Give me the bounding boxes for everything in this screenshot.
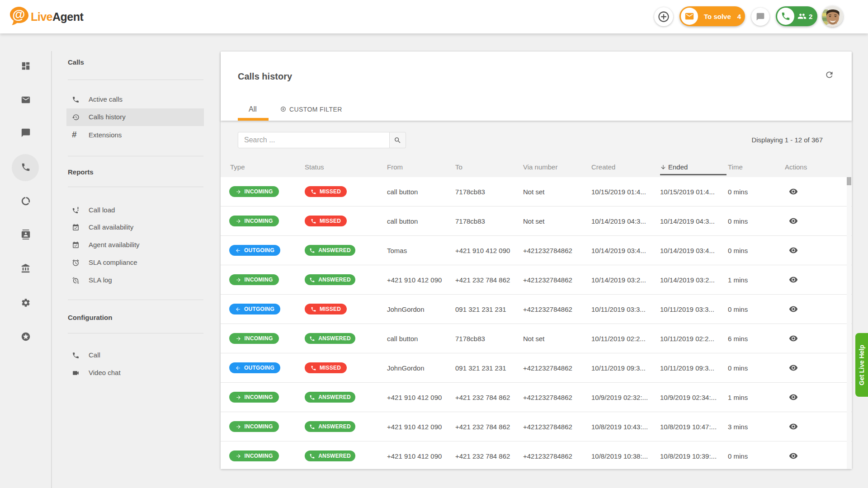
- svg-text:@: @: [12, 7, 25, 22]
